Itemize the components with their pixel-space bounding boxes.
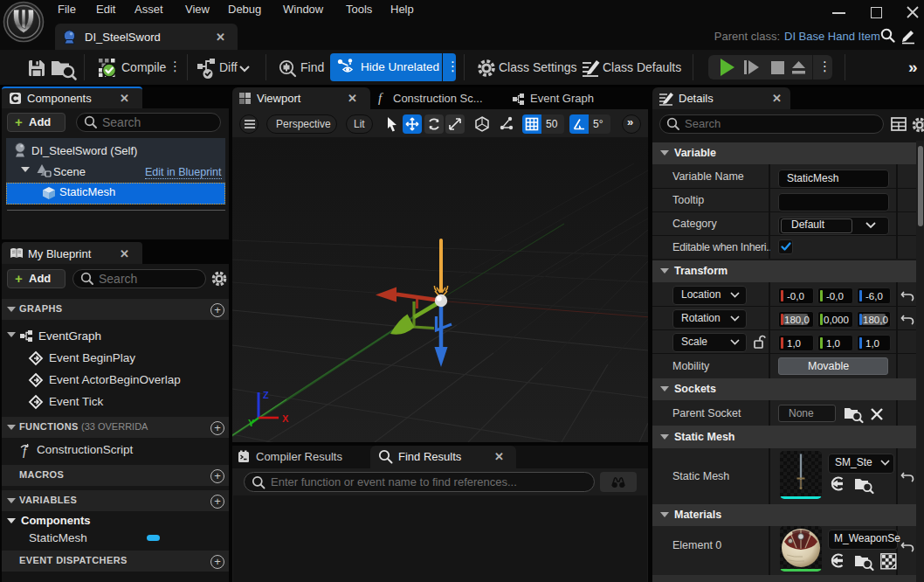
svg-text:Z: Z	[263, 390, 269, 400]
svg-text:X: X	[282, 413, 289, 424]
svg-text:Y: Y	[248, 418, 255, 428]
